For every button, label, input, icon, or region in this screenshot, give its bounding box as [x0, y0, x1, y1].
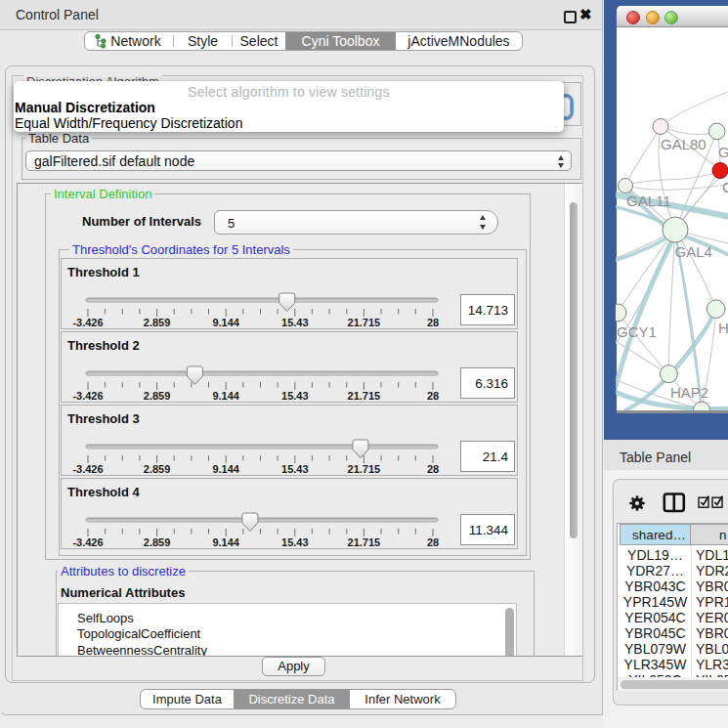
svg-text:9.144: 9.144 [212, 536, 239, 548]
svg-text:21.715: 21.715 [348, 317, 381, 328]
svg-text:15.43: 15.43 [281, 463, 309, 475]
svg-text:15.43: 15.43 [281, 317, 309, 328]
svg-text:HAP2: HAP2 [670, 384, 708, 401]
svg-text:2.859: 2.859 [144, 536, 171, 548]
svg-text:-3.426: -3.426 [72, 463, 103, 475]
svg-text:21.715: 21.715 [348, 463, 381, 475]
svg-text:21.715: 21.715 [348, 390, 381, 402]
svg-text:9.144: 9.144 [212, 463, 239, 475]
svg-text:GCY1: GCY1 [617, 323, 657, 340]
svg-text:H: H [718, 320, 728, 336]
svg-text:-3.426: -3.426 [72, 390, 103, 402]
svg-text:28: 28 [427, 463, 439, 475]
svg-text:2.859: 2.859 [144, 390, 171, 402]
svg-text:GA: GA [718, 144, 728, 160]
svg-text:28: 28 [427, 536, 439, 548]
svg-text:21.715: 21.715 [348, 536, 381, 548]
svg-text:GAL4: GAL4 [675, 243, 712, 260]
svg-text:15.43: 15.43 [281, 390, 309, 402]
svg-text:GAL80: GAL80 [661, 136, 707, 152]
svg-text:9.144: 9.144 [212, 390, 239, 402]
svg-text:2.859: 2.859 [144, 317, 171, 328]
svg-text:C: C [722, 179, 728, 195]
svg-text:28: 28 [427, 390, 439, 402]
svg-text:15.43: 15.43 [281, 536, 309, 548]
svg-text:-3.426: -3.426 [72, 536, 103, 548]
svg-text:9.144: 9.144 [212, 317, 239, 328]
svg-text:GAL11: GAL11 [626, 193, 671, 209]
svg-text:28: 28 [427, 317, 439, 328]
svg-text:2.859: 2.859 [144, 463, 171, 475]
svg-text:-3.426: -3.426 [72, 317, 103, 328]
